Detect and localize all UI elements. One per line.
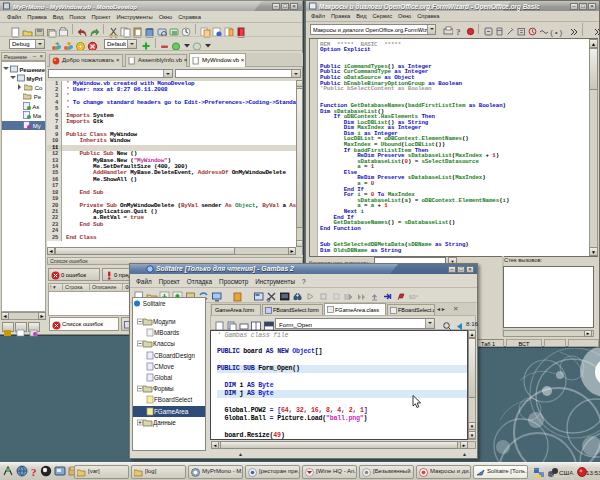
- svg-text:60°: 60°: [409, 294, 419, 300]
- svg-text:?: ?: [456, 27, 461, 37]
- svg-text:(•): (•): [549, 29, 563, 37]
- svg-text:?: ?: [31, 466, 37, 478]
